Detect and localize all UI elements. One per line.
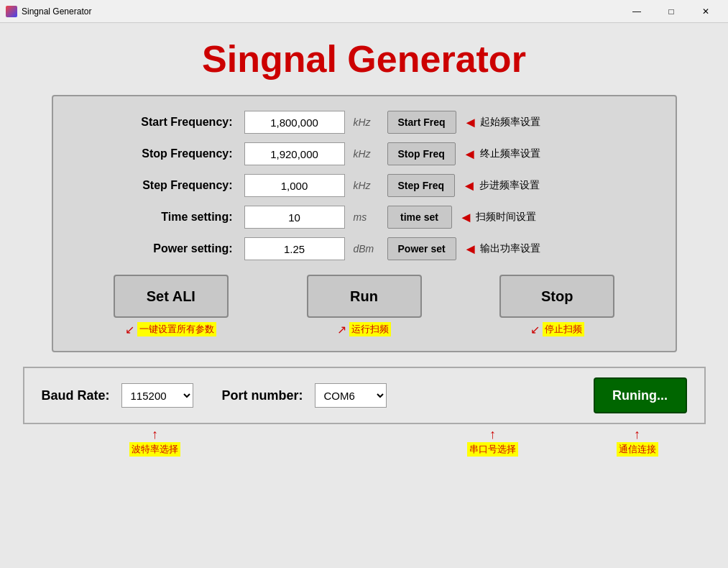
stop-freq-button[interactable]: Stop Freq bbox=[387, 142, 456, 165]
start-freq-annotation: 起始频率设置 bbox=[480, 116, 540, 129]
stop-freq-annotation-group: ◄ 终止频率设置 bbox=[463, 146, 540, 162]
stop-group: Stop ↙ 停止扫频 bbox=[461, 275, 654, 336]
set-ali-annotation-group: ↙ 一键设置所有参数 bbox=[125, 322, 216, 336]
run-group: Run ↗ 运行扫频 bbox=[267, 275, 461, 336]
run-arrow: ↗ bbox=[337, 323, 346, 336]
power-label: Power setting: bbox=[75, 242, 233, 255]
run-annotation-group: ↗ 运行扫频 bbox=[337, 322, 391, 336]
stop-annotation: 停止扫频 bbox=[543, 322, 584, 336]
port-arrow-icon: ↑ bbox=[489, 427, 496, 442]
close-button[interactable]: ✕ bbox=[689, 1, 722, 22]
set-ali-annotation: 一键设置所有参数 bbox=[137, 322, 216, 336]
port-select[interactable]: COM6 COM1 COM2 COM3 COM4 COM5 bbox=[315, 383, 387, 408]
title-bar-text: Singnal Generator bbox=[22, 6, 620, 17]
title-bar-controls: — □ ✕ bbox=[620, 1, 722, 22]
start-freq-unit: kHz bbox=[354, 116, 379, 128]
minimize-button[interactable]: — bbox=[620, 1, 653, 22]
app-icon bbox=[6, 6, 17, 17]
set-ali-group: Set ALI ↙ 一键设置所有参数 bbox=[75, 275, 268, 336]
param-row-start-freq: Start Frequency: kHz Start Freq ◄ 起始频率设置 bbox=[75, 111, 654, 134]
start-freq-arrow: ◄ bbox=[464, 114, 478, 131]
step-freq-annotation-group: ◄ 步进频率设置 bbox=[462, 178, 540, 194]
param-row-time: Time setting: ms time set ◄ 扫频时间设置 bbox=[75, 206, 654, 229]
step-freq-label: Step Frequency: bbox=[75, 179, 233, 192]
bottom-annotations: ↑ 波特率选择 ↑ 串口号选择 ↑ 通信连接 bbox=[23, 424, 706, 457]
main-content: Singnal Generator Start Frequency: kHz S… bbox=[0, 23, 728, 568]
port-annotation: 串口号选择 bbox=[467, 442, 518, 457]
connect-arrow-icon: ↑ bbox=[634, 427, 640, 442]
time-arrow: ◄ bbox=[459, 209, 474, 226]
stop-annotation-group: ↙ 停止扫频 bbox=[530, 322, 584, 336]
baud-rate-select[interactable]: 115200 9600 19200 38400 57600 bbox=[121, 383, 193, 408]
step-freq-unit: kHz bbox=[354, 180, 379, 191]
start-freq-annotation-group: ◄ 起始频率设置 bbox=[464, 114, 541, 131]
stop-freq-arrow: ◄ bbox=[463, 146, 477, 162]
stop-freq-unit: kHz bbox=[354, 148, 379, 160]
port-label: Port number: bbox=[222, 388, 303, 403]
baud-rate-label: Baud Rate: bbox=[42, 388, 110, 403]
main-panel: Start Frequency: kHz Start Freq ◄ 起始频率设置… bbox=[52, 95, 677, 352]
time-annotation: 扫频时间设置 bbox=[476, 211, 536, 224]
set-ali-arrow: ↙ bbox=[125, 323, 134, 336]
stop-freq-annotation: 终止频率设置 bbox=[480, 147, 540, 160]
set-ali-button[interactable]: Set ALI bbox=[114, 275, 229, 318]
bottom-panel: Baud Rate: 115200 9600 19200 38400 57600… bbox=[23, 367, 706, 424]
time-button[interactable]: time set bbox=[387, 206, 452, 229]
baud-arrow-icon: ↑ bbox=[152, 427, 158, 442]
step-freq-button[interactable]: Step Freq bbox=[387, 174, 456, 197]
connect-annotation: 通信连接 bbox=[617, 442, 658, 457]
start-freq-label: Start Frequency: bbox=[75, 116, 233, 129]
stop-freq-label: Stop Frequency: bbox=[75, 147, 233, 160]
param-rows: Start Frequency: kHz Start Freq ◄ 起始频率设置… bbox=[75, 111, 654, 260]
start-freq-button[interactable]: Start Freq bbox=[387, 111, 456, 134]
power-button[interactable]: Power set bbox=[387, 237, 456, 260]
power-annotation-group: ◄ 输出功率设置 bbox=[464, 241, 541, 257]
param-row-power: Power setting: dBm Power set ◄ 输出功率设置 bbox=[75, 237, 654, 260]
run-button[interactable]: Run bbox=[307, 275, 422, 318]
port-ann-group: ↑ 串口号选择 bbox=[400, 427, 586, 457]
step-freq-arrow: ◄ bbox=[462, 178, 476, 194]
action-buttons-row: Set ALI ↙ 一键设置所有参数 Run ↗ 运行扫频 Stop ↙ bbox=[75, 275, 654, 336]
step-freq-annotation: 步进频率设置 bbox=[479, 179, 540, 192]
run-annotation: 运行扫频 bbox=[349, 322, 391, 336]
baud-ann-group: ↑ 波特率选择 bbox=[83, 427, 227, 457]
param-row-step-freq: Step Frequency: kHz Step Freq ◄ 步进频率设置 bbox=[75, 174, 654, 197]
stop-freq-input[interactable] bbox=[244, 142, 345, 165]
time-annotation-group: ◄ 扫频时间设置 bbox=[459, 209, 537, 226]
title-bar: Singnal Generator — □ ✕ bbox=[0, 0, 728, 23]
start-freq-input[interactable] bbox=[244, 111, 345, 134]
app-title: Singnal Generator bbox=[202, 37, 526, 81]
time-unit: ms bbox=[354, 211, 379, 223]
power-arrow: ◄ bbox=[464, 241, 478, 257]
stop-arrow: ↙ bbox=[530, 323, 540, 336]
maximize-button[interactable]: □ bbox=[655, 1, 688, 22]
power-input[interactable] bbox=[244, 237, 345, 260]
connect-button[interactable]: Runing... bbox=[594, 377, 687, 413]
time-label: Time setting: bbox=[75, 211, 233, 224]
step-freq-input[interactable] bbox=[244, 174, 345, 197]
power-annotation: 输出功率设置 bbox=[480, 242, 540, 255]
power-unit: dBm bbox=[354, 243, 379, 255]
connect-ann-group: ↑ 通信连接 bbox=[586, 427, 688, 457]
baud-annotation: 波特率选择 bbox=[129, 442, 180, 457]
time-input[interactable] bbox=[244, 206, 345, 229]
stop-button[interactable]: Stop bbox=[499, 275, 614, 318]
param-row-stop-freq: Stop Frequency: kHz Stop Freq ◄ 终止频率设置 bbox=[75, 142, 654, 165]
